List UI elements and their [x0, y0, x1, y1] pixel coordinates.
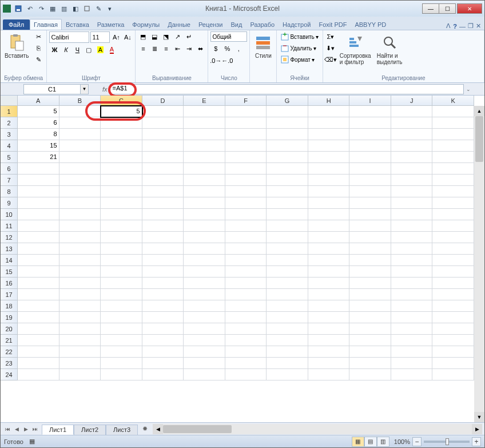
formula-input[interactable]: =A$1 =A$1 [110, 84, 464, 94]
cell-G19[interactable] [267, 312, 308, 323]
paste-button[interactable]: Вставить [3, 31, 30, 61]
cell-F11[interactable] [225, 220, 267, 232]
cell-D1[interactable] [142, 106, 184, 117]
vertical-scrollbar[interactable]: ▲ ▼ [474, 106, 484, 422]
cell-D16[interactable] [142, 277, 184, 289]
cell-J14[interactable] [391, 255, 433, 266]
cell-G10[interactable] [267, 209, 308, 220]
cell-C13[interactable] [101, 243, 142, 255]
cell-F6[interactable] [225, 163, 267, 175]
cell-C5[interactable] [101, 152, 142, 163]
cell-G1[interactable] [267, 106, 308, 117]
cell-D15[interactable] [142, 266, 184, 277]
format-cells-button[interactable]: Формат▾ [279, 54, 320, 65]
align-middle-icon[interactable]: ⬓ [149, 31, 160, 42]
increase-font-icon[interactable]: A↑ [111, 32, 121, 42]
cell-I18[interactable] [349, 300, 391, 312]
cell-K15[interactable] [432, 266, 474, 277]
cell-J3[interactable] [391, 129, 433, 140]
cell-K16[interactable] [432, 277, 474, 289]
cell-A1[interactable]: 5 [18, 106, 59, 117]
ribbon-tab-5[interactable]: Рецензи [194, 19, 227, 30]
cell-G3[interactable] [267, 129, 308, 140]
cell-F20[interactable] [225, 323, 267, 335]
qat-btn-6[interactable]: ◧ [70, 3, 81, 14]
cell-F21[interactable] [225, 335, 267, 346]
cell-E21[interactable] [184, 335, 225, 346]
cell-J22[interactable] [391, 346, 433, 358]
cell-K18[interactable] [432, 300, 474, 312]
cell-F16[interactable] [225, 277, 267, 289]
cell-G5[interactable] [267, 152, 308, 163]
cell-H12[interactable] [308, 232, 350, 243]
scroll-down-icon[interactable]: ▼ [474, 412, 484, 422]
cell-E9[interactable] [184, 197, 225, 209]
cell-F13[interactable] [225, 243, 267, 255]
cell-E12[interactable] [184, 232, 225, 243]
cell-A11[interactable] [18, 220, 59, 232]
cell-J2[interactable] [391, 117, 433, 129]
zoom-slider[interactable] [424, 441, 470, 443]
cell-D22[interactable] [142, 346, 184, 358]
cell-D19[interactable] [142, 312, 184, 323]
delete-cells-button[interactable]: Удалить▾ [279, 43, 320, 53]
tab-nav-next-icon[interactable]: ▶ [21, 425, 30, 434]
col-header-D[interactable]: D [142, 96, 184, 106]
sheet-tab-0[interactable]: Лист1 [42, 425, 74, 435]
cell-I11[interactable] [349, 220, 391, 232]
cell-E5[interactable] [184, 152, 225, 163]
cell-G12[interactable] [267, 232, 308, 243]
cell-D5[interactable] [142, 152, 184, 163]
cell-J7[interactable] [391, 175, 433, 186]
cell-G22[interactable] [267, 346, 308, 358]
cell-A18[interactable] [18, 300, 59, 312]
cell-E22[interactable] [184, 346, 225, 358]
cell-H6[interactable] [308, 163, 350, 175]
cell-F9[interactable] [225, 197, 267, 209]
cell-F22[interactable] [225, 346, 267, 358]
cell-G15[interactable] [267, 266, 308, 277]
cell-G2[interactable] [267, 117, 308, 129]
page-break-view-icon[interactable]: ▥ [377, 437, 389, 447]
cell-I20[interactable] [349, 323, 391, 335]
ribbon-tab-1[interactable]: Вставка [62, 19, 93, 30]
cell-A8[interactable] [18, 186, 59, 197]
cell-J10[interactable] [391, 209, 433, 220]
scroll-left-icon[interactable]: ◀ [153, 424, 163, 434]
cell-B15[interactable] [59, 266, 101, 277]
cell-D7[interactable] [142, 175, 184, 186]
row-header-19[interactable]: 19 [1, 312, 18, 323]
cell-A6[interactable] [18, 163, 59, 175]
cell-I22[interactable] [349, 346, 391, 358]
row-header-17[interactable]: 17 [1, 289, 18, 300]
doc-minimize-icon[interactable]: — [459, 23, 466, 30]
comma-icon[interactable]: , [233, 43, 244, 54]
qat-btn-5[interactable]: ▥ [59, 3, 69, 14]
cell-B9[interactable] [59, 197, 101, 209]
cell-F19[interactable] [225, 312, 267, 323]
cut-icon[interactable]: ✂ [33, 31, 44, 42]
cell-J19[interactable] [391, 312, 433, 323]
doc-restore-icon[interactable]: ❐ [468, 22, 474, 30]
italic-icon[interactable]: К [61, 45, 71, 55]
cell-D9[interactable] [142, 197, 184, 209]
align-left-icon[interactable]: ≡ [138, 43, 148, 54]
cell-J13[interactable] [391, 243, 433, 255]
font-color-icon[interactable]: A [106, 45, 117, 55]
cell-A19[interactable] [18, 312, 59, 323]
cell-D11[interactable] [142, 220, 184, 232]
cell-G14[interactable] [267, 255, 308, 266]
cell-H23[interactable] [308, 358, 350, 369]
cell-D20[interactable] [142, 323, 184, 335]
cell-A21[interactable] [18, 335, 59, 346]
cell-E20[interactable] [184, 323, 225, 335]
cell-B2[interactable] [59, 117, 101, 129]
ribbon-tab-6[interactable]: Вид [227, 19, 247, 30]
cell-C19[interactable] [101, 312, 142, 323]
cell-C16[interactable] [101, 277, 142, 289]
cell-D24[interactable] [142, 369, 184, 380]
align-center-icon[interactable]: ≣ [149, 43, 160, 54]
cell-H4[interactable] [308, 140, 350, 152]
cell-I24[interactable] [349, 369, 391, 380]
name-box[interactable]: C1 [23, 84, 81, 94]
